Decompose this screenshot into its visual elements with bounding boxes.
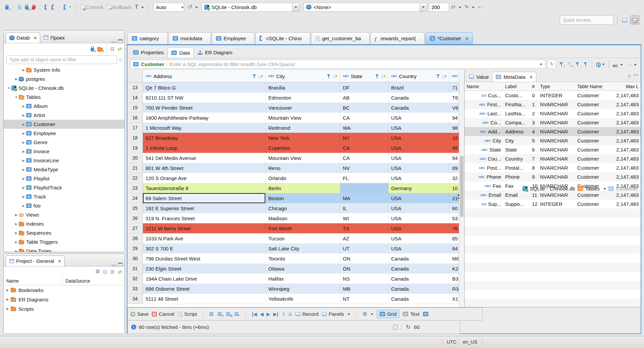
cell-address[interactable]: 8210 111 ST NW	[143, 93, 266, 103]
row-number[interactable]: 33	[127, 284, 143, 294]
cell-postal-partial[interactable]: 94	[449, 153, 459, 163]
cell-state[interactable]: WA	[340, 123, 388, 133]
save-button[interactable]: ✓Save	[130, 311, 149, 317]
new-connection-button[interactable]: +	[91, 46, 94, 52]
cell-city[interactable]: Cupertino	[266, 143, 340, 153]
row-number[interactable]: 31	[127, 264, 143, 274]
remove-filter-icon[interactable]: ×	[568, 62, 572, 66]
tree-item[interactable]: ▶ Genre	[4, 138, 124, 147]
editor-tab[interactable]: *Customer ×	[425, 32, 473, 44]
cell-state[interactable]: CA	[340, 153, 388, 163]
quick-access-input[interactable]	[560, 15, 613, 24]
expand-arrow-icon[interactable]: ▶	[14, 213, 19, 217]
connect-button[interactable]	[18, 4, 21, 10]
project-tree-item[interactable]: ▶ Bookmarks	[4, 285, 124, 295]
row-number[interactable]: 34	[127, 294, 143, 304]
cell-state[interactable]: UT	[340, 243, 388, 253]
disconnect-button[interactable]	[32, 4, 36, 10]
cell-address[interactable]: 162 E Superior Street	[143, 203, 266, 213]
column-header[interactable]: ABC Address ↕?	[143, 70, 266, 82]
fetch-next-page-button[interactable]: ⇓	[281, 311, 286, 317]
column-sort-icon[interactable]: ↕?	[442, 73, 447, 79]
row-number[interactable]: 15	[127, 103, 143, 113]
expand-arrow-icon[interactable]: ▶	[21, 68, 26, 72]
add-row-button[interactable]	[218, 312, 223, 316]
first-row-button[interactable]: |◀	[252, 311, 257, 317]
tab-metadata[interactable]: MetaData ×	[492, 72, 536, 82]
settings-button[interactable]: ⚙	[363, 311, 373, 317]
cell-city[interactable]: Mountain View	[266, 113, 340, 123]
cell-country[interactable]: USA	[388, 223, 449, 233]
cell-postal-partial[interactable]: K2	[449, 264, 459, 274]
tree-item[interactable]: ▼ Tables	[4, 93, 124, 102]
cell-address[interactable]: 696 Osborne Street	[143, 284, 266, 294]
cell-state[interactable]: FL	[340, 173, 388, 183]
cell-postal-partial[interactable]: T6	[449, 93, 459, 103]
expand-arrow-icon[interactable]: ▶	[21, 132, 26, 135]
expand-arrow-icon[interactable]: ▶	[21, 168, 26, 171]
column-filter-icon[interactable]	[436, 74, 441, 78]
link-editor-icon[interactable]: ⇄	[117, 46, 122, 51]
tree-item[interactable]: ▶ Invoice	[4, 147, 124, 156]
minimize-icon[interactable]	[112, 42, 116, 43]
open-perspective-button[interactable]	[621, 16, 628, 24]
grid-vertical-scrollbar[interactable]: ◀◀	[459, 70, 464, 307]
cell-address[interactable]: 302 S 700 E	[143, 243, 266, 253]
cell-state[interactable]: AB	[340, 93, 388, 103]
tree-item[interactable]: ▶ Employee	[4, 129, 124, 138]
row-number[interactable]: 16	[127, 113, 143, 123]
cell-state[interactable]: TX	[340, 223, 388, 233]
cell-state[interactable]: ON	[340, 253, 388, 264]
cell-country[interactable]: Canada	[388, 253, 449, 264]
row-number[interactable]: 23	[127, 183, 143, 193]
cell-state[interactable]: ON	[340, 264, 388, 274]
cell-state[interactable]	[340, 183, 388, 193]
record-mode-button[interactable]: Record	[296, 311, 318, 317]
cell-city[interactable]: Redmond	[266, 123, 340, 133]
cell-address[interactable]: 801 W 4th Street	[143, 163, 266, 173]
expand-arrow-icon[interactable]: ▶	[21, 123, 26, 126]
cell-address[interactable]: Tauentzienstraße 8	[143, 183, 266, 193]
cell-postal-partial[interactable]: 71	[449, 82, 459, 93]
editor-tab[interactable]: rewards_report(	[370, 32, 425, 44]
cell-state[interactable]: MB	[340, 284, 388, 294]
column-filter-icon[interactable]	[375, 74, 380, 78]
close-icon[interactable]: ×	[34, 35, 37, 41]
column-header[interactable]: ABC City ↕?	[266, 70, 340, 82]
col-name[interactable]: Name	[465, 84, 503, 89]
format-button[interactable]: ✎	[465, 4, 475, 10]
cell-state[interactable]: MA	[340, 193, 388, 203]
cell-postal-partial[interactable]: 53	[449, 213, 459, 223]
result-subtab[interactable]: ER Diagram	[194, 47, 236, 58]
collapse-all-icon[interactable]: ⊟	[103, 269, 107, 274]
tab-value[interactable]: Value	[466, 72, 492, 82]
tree-item[interactable]: ▶ System Info	[4, 65, 124, 74]
column-header-datasource[interactable]: DataSource	[63, 278, 90, 284]
undo-button[interactable]: ↩	[478, 4, 483, 10]
cell-address[interactable]: 1 Microsoft Way	[143, 123, 266, 133]
cell-city[interactable]: Reno	[266, 163, 340, 173]
expand-arrow-icon[interactable]: ▶	[5, 288, 10, 292]
breadcrumb-container[interactable]: Tables	[585, 186, 600, 191]
row-number[interactable]: 18	[127, 133, 143, 143]
cell-address[interactable]: 194A Chain Lake Drive	[143, 274, 266, 284]
filter-history-arrow-icon[interactable]	[540, 64, 542, 67]
active-connection-combo[interactable]: SQLite - Chinook.db	[202, 3, 300, 12]
cell-postal-partial[interactable]: 60	[449, 203, 459, 213]
tab-database-navigator[interactable]: Datab ×	[6, 32, 40, 43]
cell-state[interactable]: BC	[340, 103, 388, 113]
cell-state[interactable]: NT	[340, 294, 388, 304]
expand-all-icon[interactable]: ⊞	[110, 269, 115, 274]
cell-postal-partial[interactable]: 32	[449, 173, 459, 183]
tree-item[interactable]: ▶ Playlist	[4, 174, 124, 183]
cell-state[interactable]: AZ	[340, 233, 388, 243]
cell-postal-partial[interactable]: B3	[449, 274, 459, 284]
cell-country[interactable]: Canada	[388, 274, 449, 284]
editor-tab[interactable]: get_customer_ba	[311, 32, 370, 44]
reconnect-button[interactable]: ↻	[25, 4, 29, 10]
fetch-all-button[interactable]: ⇊	[288, 311, 292, 317]
cell-country[interactable]: Canada	[388, 93, 449, 103]
minimize-icon[interactable]	[112, 265, 116, 266]
cell-country[interactable]: USA	[388, 193, 449, 203]
cell-postal-partial[interactable]: 10	[449, 133, 459, 143]
